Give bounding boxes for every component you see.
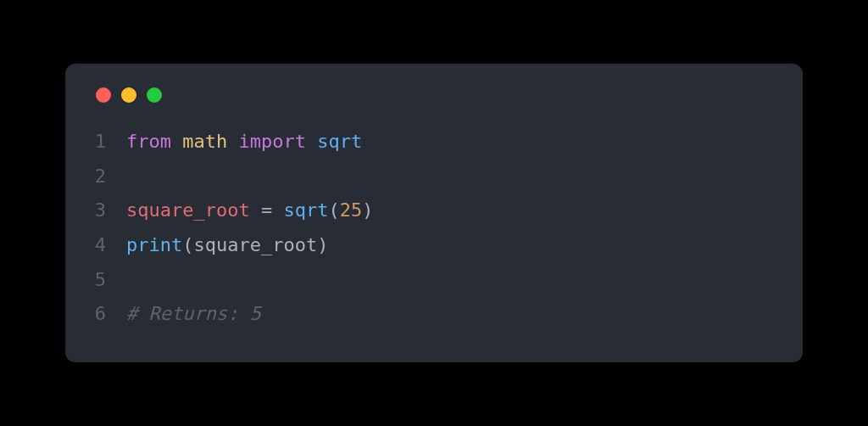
code-line: 6# Returns: 5 xyxy=(92,297,776,332)
token: import xyxy=(238,131,305,152)
token: sqrt xyxy=(317,131,362,152)
token: sqrt xyxy=(283,199,328,221)
line-number: 3 xyxy=(92,193,126,228)
line-content: print(square_root) xyxy=(126,228,328,263)
token xyxy=(306,131,317,152)
token: print xyxy=(126,234,182,255)
token: # Returns: 5 xyxy=(126,303,261,324)
traffic-lights xyxy=(92,87,776,103)
token: square_root xyxy=(126,199,250,221)
line-number: 6 xyxy=(92,297,126,332)
code-line: 3square_root = sqrt(25) xyxy=(92,193,776,228)
token xyxy=(250,199,261,221)
code-line: 1from math import sqrt xyxy=(92,125,776,160)
close-icon[interactable] xyxy=(96,87,111,103)
code-window: 1from math import sqrt23square_root = sq… xyxy=(65,64,803,362)
minimize-icon[interactable] xyxy=(121,87,136,103)
zoom-icon[interactable] xyxy=(147,87,162,103)
line-content: # Returns: 5 xyxy=(126,297,261,332)
code-line: 2 xyxy=(92,160,776,194)
token: ) xyxy=(317,234,328,255)
line-content: from math import sqrt xyxy=(126,125,362,160)
token xyxy=(227,131,238,152)
token xyxy=(272,199,283,221)
line-content: square_root = sqrt(25) xyxy=(126,193,373,228)
line-number: 1 xyxy=(92,125,126,160)
token: ( xyxy=(328,199,339,221)
token: ( xyxy=(182,234,193,255)
code-line: 5 xyxy=(92,263,776,298)
token: math xyxy=(182,131,227,152)
token: = xyxy=(261,199,272,221)
token: 25 xyxy=(340,199,363,221)
code-line: 4print(square_root) xyxy=(92,228,776,263)
token: from xyxy=(126,131,171,152)
line-number: 4 xyxy=(92,228,126,263)
token: square_root xyxy=(193,234,317,255)
token xyxy=(171,131,182,152)
code-block: 1from math import sqrt23square_root = sq… xyxy=(92,125,776,332)
line-number: 2 xyxy=(92,160,126,194)
line-number: 5 xyxy=(92,263,126,298)
token: ) xyxy=(362,199,373,221)
